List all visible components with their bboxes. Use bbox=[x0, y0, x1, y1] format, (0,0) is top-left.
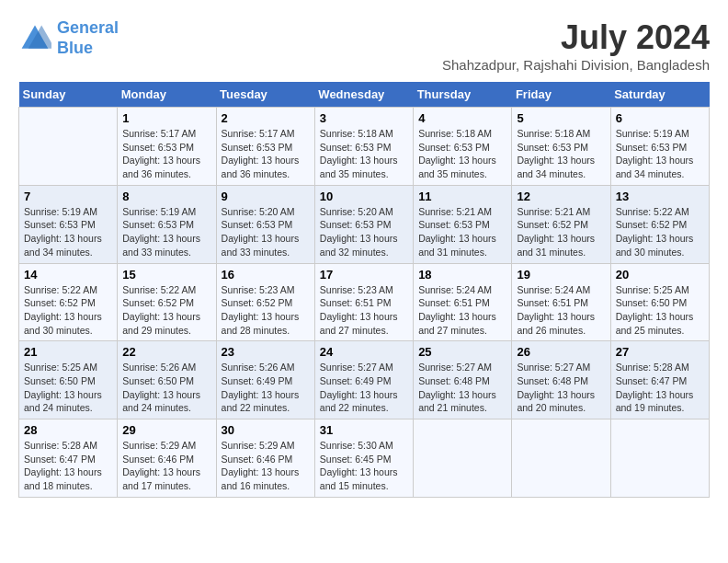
day-info: Sunrise: 5:22 AMSunset: 6:52 PMDaylight:… bbox=[616, 205, 704, 259]
calendar-cell: 31Sunrise: 5:30 AMSunset: 6:45 PMDayligh… bbox=[314, 419, 413, 498]
logo: General Blue bbox=[18, 18, 119, 58]
calendar-cell: 26Sunrise: 5:27 AMSunset: 6:48 PMDayligh… bbox=[512, 341, 610, 419]
day-info: Sunrise: 5:18 AMSunset: 6:53 PMDaylight:… bbox=[517, 127, 605, 181]
day-number: 1 bbox=[122, 111, 210, 125]
calendar-cell: 10Sunrise: 5:20 AMSunset: 6:53 PMDayligh… bbox=[314, 185, 413, 263]
weekday-header-tuesday: Tuesday bbox=[216, 82, 314, 108]
calendar-cell: 5Sunrise: 5:18 AMSunset: 6:53 PMDaylight… bbox=[512, 108, 610, 186]
calendar-cell: 23Sunrise: 5:26 AMSunset: 6:49 PMDayligh… bbox=[216, 341, 314, 419]
logo-icon bbox=[18, 22, 51, 55]
calendar-cell: 24Sunrise: 5:27 AMSunset: 6:49 PMDayligh… bbox=[314, 341, 413, 419]
calendar-cell: 22Sunrise: 5:26 AMSunset: 6:50 PMDayligh… bbox=[118, 341, 216, 419]
day-info: Sunrise: 5:22 AMSunset: 6:52 PMDaylight:… bbox=[24, 283, 112, 338]
page-header: General Blue July 2024 Shahzadpur, Rajsh… bbox=[18, 18, 710, 73]
day-info: Sunrise: 5:28 AMSunset: 6:47 PMDaylight:… bbox=[616, 361, 704, 415]
calendar-cell: 6Sunrise: 5:19 AMSunset: 6:53 PMDaylight… bbox=[610, 108, 709, 186]
day-info: Sunrise: 5:19 AMSunset: 6:53 PMDaylight:… bbox=[122, 205, 210, 259]
calendar-cell: 19Sunrise: 5:24 AMSunset: 6:51 PMDayligh… bbox=[512, 263, 610, 341]
day-info: Sunrise: 5:17 AMSunset: 6:53 PMDaylight:… bbox=[222, 127, 310, 181]
day-info: Sunrise: 5:25 AMSunset: 6:50 PMDaylight:… bbox=[616, 283, 704, 338]
day-number: 8 bbox=[122, 190, 210, 203]
calendar-cell bbox=[512, 419, 610, 498]
calendar-cell: 28Sunrise: 5:28 AMSunset: 6:47 PMDayligh… bbox=[19, 419, 118, 498]
weekday-header-sunday: Sunday bbox=[19, 82, 118, 108]
calendar-cell: 2Sunrise: 5:17 AMSunset: 6:53 PMDaylight… bbox=[216, 108, 314, 186]
day-info: Sunrise: 5:19 AMSunset: 6:53 PMDaylight:… bbox=[24, 205, 112, 259]
calendar-cell bbox=[19, 108, 118, 186]
calendar-table: SundayMondayTuesdayWednesdayThursdayFrid… bbox=[18, 82, 710, 498]
day-number: 30 bbox=[222, 423, 310, 437]
day-number: 31 bbox=[320, 423, 408, 437]
calendar-cell: 18Sunrise: 5:24 AMSunset: 6:51 PMDayligh… bbox=[414, 263, 512, 341]
day-number: 23 bbox=[222, 345, 310, 359]
day-info: Sunrise: 5:23 AMSunset: 6:51 PMDaylight:… bbox=[320, 283, 408, 338]
day-number: 26 bbox=[517, 345, 605, 359]
day-number: 28 bbox=[24, 423, 112, 437]
weekday-header-row: SundayMondayTuesdayWednesdayThursdayFrid… bbox=[19, 82, 710, 108]
day-info: Sunrise: 5:18 AMSunset: 6:53 PMDaylight:… bbox=[418, 127, 506, 181]
calendar-cell: 29Sunrise: 5:29 AMSunset: 6:46 PMDayligh… bbox=[118, 419, 216, 498]
calendar-cell: 13Sunrise: 5:22 AMSunset: 6:52 PMDayligh… bbox=[610, 185, 709, 263]
calendar-cell: 11Sunrise: 5:21 AMSunset: 6:53 PMDayligh… bbox=[414, 185, 512, 263]
day-number: 7 bbox=[24, 190, 112, 203]
day-info: Sunrise: 5:27 AMSunset: 6:49 PMDaylight:… bbox=[320, 361, 408, 415]
weekday-header-monday: Monday bbox=[118, 82, 216, 108]
day-info: Sunrise: 5:20 AMSunset: 6:53 PMDaylight:… bbox=[320, 205, 408, 259]
calendar-cell: 4Sunrise: 5:18 AMSunset: 6:53 PMDaylight… bbox=[414, 108, 512, 186]
calendar-cell: 9Sunrise: 5:20 AMSunset: 6:53 PMDaylight… bbox=[216, 185, 314, 263]
day-info: Sunrise: 5:27 AMSunset: 6:48 PMDaylight:… bbox=[517, 361, 605, 415]
day-number: 12 bbox=[517, 190, 605, 203]
day-info: Sunrise: 5:18 AMSunset: 6:53 PMDaylight:… bbox=[320, 127, 408, 181]
calendar-cell: 7Sunrise: 5:19 AMSunset: 6:53 PMDaylight… bbox=[19, 185, 118, 263]
calendar-cell: 12Sunrise: 5:21 AMSunset: 6:52 PMDayligh… bbox=[512, 185, 610, 263]
calendar-cell bbox=[610, 419, 709, 498]
calendar-cell: 30Sunrise: 5:29 AMSunset: 6:46 PMDayligh… bbox=[216, 419, 314, 498]
calendar-cell: 27Sunrise: 5:28 AMSunset: 6:47 PMDayligh… bbox=[610, 341, 709, 419]
calendar-cell: 21Sunrise: 5:25 AMSunset: 6:50 PMDayligh… bbox=[19, 341, 118, 419]
day-number: 13 bbox=[616, 190, 704, 203]
calendar-cell: 1Sunrise: 5:17 AMSunset: 6:53 PMDaylight… bbox=[118, 108, 216, 186]
location-subtitle: Shahzadpur, Rajshahi Division, Banglades… bbox=[442, 57, 710, 73]
day-info: Sunrise: 5:22 AMSunset: 6:52 PMDaylight:… bbox=[122, 283, 210, 338]
day-number: 16 bbox=[222, 268, 310, 282]
day-number: 9 bbox=[222, 190, 310, 203]
day-info: Sunrise: 5:21 AMSunset: 6:52 PMDaylight:… bbox=[517, 205, 605, 259]
calendar-week-row: 1Sunrise: 5:17 AMSunset: 6:53 PMDaylight… bbox=[19, 108, 710, 186]
weekday-header-friday: Friday bbox=[512, 82, 610, 108]
calendar-cell: 8Sunrise: 5:19 AMSunset: 6:53 PMDaylight… bbox=[118, 185, 216, 263]
day-number: 22 bbox=[122, 345, 210, 359]
calendar-week-row: 7Sunrise: 5:19 AMSunset: 6:53 PMDaylight… bbox=[19, 185, 710, 263]
title-area: July 2024 Shahzadpur, Rajshahi Division,… bbox=[442, 18, 710, 73]
day-number: 10 bbox=[320, 190, 408, 203]
day-info: Sunrise: 5:24 AMSunset: 6:51 PMDaylight:… bbox=[517, 283, 605, 338]
day-number: 11 bbox=[418, 190, 506, 203]
day-number: 27 bbox=[616, 345, 704, 359]
calendar-week-row: 14Sunrise: 5:22 AMSunset: 6:52 PMDayligh… bbox=[19, 263, 710, 341]
calendar-cell: 15Sunrise: 5:22 AMSunset: 6:52 PMDayligh… bbox=[118, 263, 216, 341]
calendar-cell: 25Sunrise: 5:27 AMSunset: 6:48 PMDayligh… bbox=[414, 341, 512, 419]
day-info: Sunrise: 5:17 AMSunset: 6:53 PMDaylight:… bbox=[122, 127, 210, 181]
weekday-header-wednesday: Wednesday bbox=[314, 82, 413, 108]
day-number: 14 bbox=[24, 268, 112, 282]
calendar-cell: 20Sunrise: 5:25 AMSunset: 6:50 PMDayligh… bbox=[610, 263, 709, 341]
day-info: Sunrise: 5:30 AMSunset: 6:45 PMDaylight:… bbox=[320, 439, 408, 493]
day-info: Sunrise: 5:26 AMSunset: 6:50 PMDaylight:… bbox=[122, 361, 210, 415]
day-info: Sunrise: 5:23 AMSunset: 6:52 PMDaylight:… bbox=[222, 283, 310, 338]
day-number: 4 bbox=[418, 111, 506, 125]
day-number: 17 bbox=[320, 268, 408, 282]
day-number: 25 bbox=[418, 345, 506, 359]
month-year-title: July 2024 bbox=[442, 18, 710, 57]
day-info: Sunrise: 5:19 AMSunset: 6:53 PMDaylight:… bbox=[616, 127, 704, 181]
day-number: 29 bbox=[122, 423, 210, 437]
calendar-week-row: 21Sunrise: 5:25 AMSunset: 6:50 PMDayligh… bbox=[19, 341, 710, 419]
day-number: 19 bbox=[517, 268, 605, 282]
day-info: Sunrise: 5:26 AMSunset: 6:49 PMDaylight:… bbox=[222, 361, 310, 415]
day-number: 15 bbox=[122, 268, 210, 282]
day-number: 18 bbox=[418, 268, 506, 282]
calendar-cell: 3Sunrise: 5:18 AMSunset: 6:53 PMDaylight… bbox=[314, 108, 413, 186]
day-info: Sunrise: 5:24 AMSunset: 6:51 PMDaylight:… bbox=[418, 283, 506, 338]
day-info: Sunrise: 5:27 AMSunset: 6:48 PMDaylight:… bbox=[418, 361, 506, 415]
day-number: 2 bbox=[222, 111, 310, 125]
day-info: Sunrise: 5:21 AMSunset: 6:53 PMDaylight:… bbox=[418, 205, 506, 259]
weekday-header-saturday: Saturday bbox=[610, 82, 709, 108]
